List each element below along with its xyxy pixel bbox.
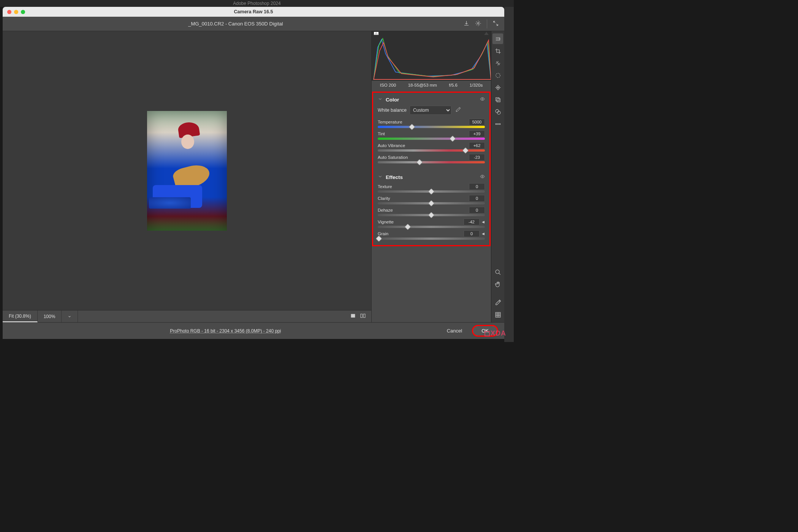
svg-point-7 [496, 73, 500, 77]
svg-rect-10 [496, 97, 499, 101]
disclosure-icon[interactable]: ◀ [481, 220, 485, 224]
fullscreen-icon[interactable] [492, 20, 499, 28]
color-slider-auto-saturation: Auto Saturation [378, 154, 485, 163]
app-title: Adobe Photoshop 2024 [0, 0, 514, 7]
effects-section: Effects TextureClarityDehazeVignette◀Gra… [372, 169, 490, 246]
slider-label: Clarity [378, 196, 390, 201]
effects-slider-grain: Grain◀ [378, 230, 485, 240]
heal-tool-icon[interactable] [492, 58, 503, 68]
effects-slider-texture: Texture [378, 183, 485, 193]
effects-slider-vignette: Vignette◀ [378, 218, 485, 228]
grid-icon[interactable] [492, 309, 503, 320]
svg-point-15 [497, 124, 499, 125]
tool-strip [491, 31, 504, 322]
slider-track[interactable] [378, 190, 485, 193]
svg-point-14 [496, 124, 497, 125]
status-bar: ProPhoto RGB - 16 bit - 2304 x 3456 (8.0… [3, 322, 504, 339]
disclosure-icon[interactable]: ◀ [481, 232, 485, 236]
histogram[interactable] [372, 31, 491, 81]
white-balance-label: White balance [378, 108, 407, 113]
effects-slider-dehaze: Dehaze [378, 207, 485, 216]
svg-point-17 [496, 270, 499, 274]
edit-tool-icon[interactable] [492, 33, 503, 44]
presets-icon[interactable] [492, 106, 503, 117]
slider-label: Vignette [378, 220, 394, 224]
color-section-header[interactable]: Color [378, 95, 485, 106]
svg-rect-1 [351, 314, 355, 317]
output-info[interactable]: ProPhoto RGB - 16 bit - 2304 x 3456 (8.0… [10, 328, 442, 334]
exif-bar: ISO 20018-55@53 mmf/5.61/320s [372, 81, 491, 90]
slider-track[interactable] [378, 149, 485, 152]
color-section: Color White balance Custom TemperatureTi… [372, 92, 490, 169]
slider-value-input[interactable] [464, 218, 480, 225]
color-sampler-icon[interactable] [492, 297, 503, 308]
color-slider-tint: Tint [378, 130, 485, 140]
cancel-button[interactable]: Cancel [442, 326, 467, 336]
slider-track[interactable] [378, 126, 485, 128]
slider-track[interactable] [378, 161, 485, 163]
svg-rect-2 [361, 314, 363, 317]
svg-rect-18 [496, 312, 500, 317]
slider-track[interactable] [378, 226, 485, 228]
svg-point-4 [482, 98, 483, 100]
zoom-dropdown[interactable] [62, 310, 78, 322]
titlebar: Camera Raw 16.5 [3, 7, 504, 17]
slider-value-input[interactable] [464, 230, 480, 237]
slider-value-input[interactable] [469, 142, 485, 149]
slider-label: Grain [378, 231, 388, 236]
camera-raw-window: Camera Raw 16.5 _MG_0010.CR2 - Canon EOS… [3, 7, 504, 339]
slider-value-input[interactable] [469, 154, 485, 161]
slider-track[interactable] [378, 214, 485, 216]
highlight-clip-indicator[interactable] [484, 32, 489, 35]
more-icon[interactable] [492, 119, 503, 129]
svg-rect-3 [363, 314, 365, 317]
hand-tool-icon[interactable] [492, 279, 503, 290]
shadow-clip-indicator[interactable] [374, 32, 378, 35]
slider-label: Tint [378, 131, 385, 136]
color-slider-auto-vibrance: Auto Vibrance [378, 142, 485, 152]
snapshots-icon[interactable] [492, 94, 503, 105]
chevron-down-icon [378, 174, 383, 180]
settings-icon[interactable] [475, 20, 481, 28]
eye-icon[interactable] [480, 97, 485, 103]
slider-value-input[interactable] [469, 183, 485, 190]
svg-point-5 [482, 176, 483, 177]
window-title: Camera Raw 16.5 [3, 9, 504, 14]
slider-label: Auto Saturation [378, 155, 408, 160]
zoom-tool-icon[interactable] [492, 267, 503, 277]
photoshop-background [504, 7, 514, 342]
image-preview[interactable] [3, 31, 371, 310]
view-single-icon[interactable] [350, 313, 356, 320]
svg-rect-11 [497, 98, 500, 102]
white-balance-select[interactable]: Custom [410, 106, 451, 115]
color-slider-temperature: Temperature [378, 119, 485, 128]
svg-point-0 [477, 22, 479, 24]
chevron-down-icon [378, 97, 383, 103]
slider-label: Dehaze [378, 208, 393, 212]
slider-value-input[interactable] [469, 207, 485, 214]
eyedropper-icon[interactable] [454, 107, 461, 114]
slider-track[interactable] [378, 238, 485, 240]
crop-tool-icon[interactable] [492, 46, 503, 56]
svg-point-6 [499, 38, 500, 40]
effects-section-header[interactable]: Effects [378, 173, 485, 183]
save-icon[interactable] [463, 20, 470, 28]
slider-label: Auto Vibrance [378, 143, 405, 148]
slider-value-input[interactable] [469, 119, 485, 125]
slider-track[interactable] [378, 202, 485, 204]
eye-icon[interactable] [480, 174, 485, 180]
svg-point-9 [497, 87, 499, 88]
slider-label: Temperature [378, 120, 402, 124]
redeye-tool-icon[interactable] [492, 82, 503, 93]
mask-tool-icon[interactable] [492, 70, 503, 81]
slider-value-input[interactable] [469, 130, 485, 137]
effects-slider-clarity: Clarity [378, 195, 485, 204]
slider-track[interactable] [378, 138, 485, 140]
view-compare-icon[interactable] [360, 313, 366, 320]
slider-value-input[interactable] [469, 195, 485, 202]
zoom-fit-button[interactable]: Fit (30.8%) [3, 310, 38, 322]
file-toolbar: _MG_0010.CR2 - Canon EOS 350D Digital [3, 17, 504, 31]
xda-watermark: XDA [484, 329, 506, 337]
zoom-100-button[interactable]: 100% [38, 310, 62, 322]
zoom-bar: Fit (30.8%) 100% [3, 310, 371, 322]
